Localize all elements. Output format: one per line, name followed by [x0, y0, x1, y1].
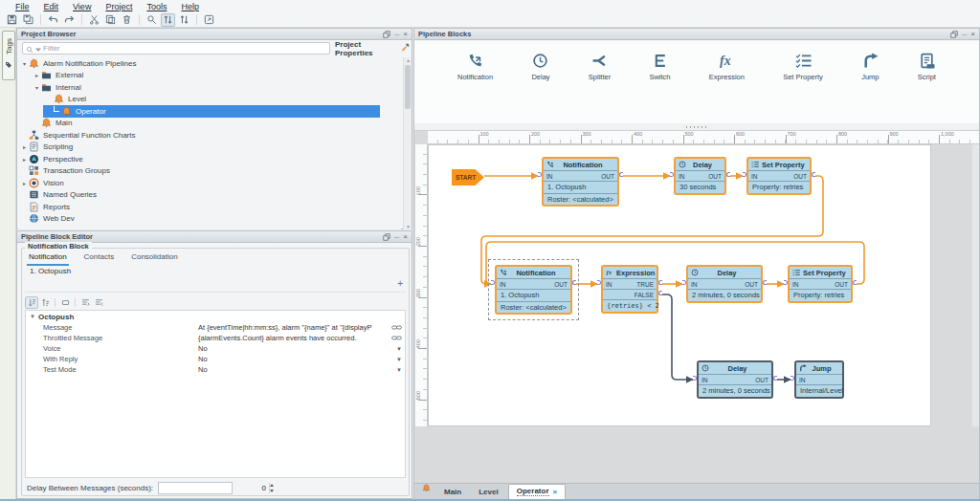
property-group-row[interactable]: ▼ Octopush [26, 311, 405, 322]
delete-profile-button[interactable] [393, 266, 403, 275]
output-port-connector[interactable] [619, 172, 623, 177]
block-set-property-sp1[interactable]: Set PropertyINOUTProperty: retries [746, 157, 812, 195]
tree-item-level[interactable]: Level [43, 94, 380, 106]
save-button[interactable] [5, 13, 19, 27]
add-profile-button[interactable]: + [397, 279, 403, 289]
filter-input[interactable] [43, 44, 326, 54]
tree-item-reports[interactable]: Reports [18, 201, 355, 213]
tree-item-operator[interactable]: Operator [43, 105, 380, 118]
block-jump-j1[interactable]: JumpINInternal/Level [794, 360, 844, 399]
sort-up-button[interactable] [38, 296, 52, 309]
minimize-panel-icon[interactable]: — [394, 233, 399, 241]
block-delay-d2[interactable]: DelayINOUT2 minutes, 0 seconds [686, 265, 763, 303]
sidebar-tab-tags[interactable]: Tags [2, 31, 15, 80]
input-port-connector[interactable] [670, 172, 674, 177]
input-port-connector[interactable] [693, 376, 697, 381]
close-panel-icon[interactable]: × [970, 31, 975, 38]
menu-item-project[interactable]: Project [105, 2, 132, 11]
menu-item-tools[interactable]: Tools [146, 2, 167, 11]
input-port-connector[interactable] [597, 280, 601, 285]
undo-button[interactable] [46, 13, 60, 27]
close-panel-icon[interactable]: × [403, 31, 408, 38]
dropdown-arrow-icon[interactable]: ▼ [388, 346, 405, 352]
output-port-connector[interactable] [812, 172, 815, 177]
project-tree-scrollbar[interactable]: ▲ ▼ [403, 57, 412, 229]
block-expression-e1[interactable]: fxExpressionINTRUEFALSE{retries} < 2 [601, 265, 658, 314]
tree-item-vision[interactable]: ▸Vision [18, 177, 355, 189]
delete-button[interactable] [120, 13, 134, 27]
tree-item-main[interactable]: Main [31, 118, 368, 130]
palette-item-notification[interactable]: Notification [457, 53, 493, 123]
palette-item-delay[interactable]: Delay [531, 53, 549, 123]
profile-list-item[interactable]: 1. Octopush [25, 264, 406, 275]
float-panel-icon[interactable] [383, 31, 390, 38]
copy-button[interactable] [103, 13, 118, 27]
save-all-button[interactable] [21, 13, 35, 27]
project-properties-button[interactable]: Project Properties [335, 42, 410, 54]
output-port-connector[interactable] [658, 280, 662, 285]
input-port-connector[interactable] [538, 172, 542, 177]
block-notification-n1[interactable]: NotificationINOUT1. OctopushRoster: <cal… [542, 157, 619, 207]
sort-down-button[interactable] [25, 296, 38, 309]
pipeline-tab-main[interactable]: Main [436, 486, 469, 499]
block-set-property-sp2[interactable]: Set PropertyINOUTProperty: retries [788, 265, 853, 303]
tree-item-sequential-function-charts[interactable]: Sequential Function Charts [18, 129, 355, 142]
palette-item-expression[interactable]: fxExpression [709, 53, 745, 123]
output-port-connector[interactable] [853, 280, 857, 285]
delay-spinner-input[interactable] [159, 483, 269, 493]
tree-item-scripting[interactable]: ▸Scripting [18, 142, 355, 154]
scroll-up-icon[interactable]: ▲ [404, 57, 412, 63]
minimize-panel-icon[interactable]: — [962, 31, 967, 38]
link-icon[interactable] [388, 335, 405, 341]
output-port-connector[interactable] [763, 280, 767, 285]
tree-item-perspective[interactable]: ▸Perspective [18, 153, 355, 165]
canvas-splitter[interactable] [414, 123, 979, 131]
input-port-connector[interactable] [784, 280, 788, 285]
palette-item-splitter[interactable]: Splitter [589, 53, 611, 123]
close-tab-icon[interactable]: × [553, 488, 558, 496]
output-port-connector[interactable] [726, 172, 730, 177]
palette-item-script[interactable]: Script [918, 53, 936, 123]
output-port-connector[interactable] [658, 291, 662, 295]
collapse-all-button[interactable] [92, 296, 105, 309]
compare-vertical-button[interactable] [161, 13, 175, 27]
tree-item-internal[interactable]: ▾Internal [31, 81, 368, 94]
launch-window-button[interactable] [202, 13, 216, 27]
palette-item-switch[interactable]: Switch [649, 53, 670, 123]
tree-item-named-queries[interactable]: Named Queries [18, 189, 355, 202]
tree-item-web-dev[interactable]: Web Dev [18, 213, 355, 226]
box-small-button[interactable] [58, 296, 72, 309]
find-replace-button[interactable] [145, 13, 159, 27]
dropdown-arrow-icon[interactable]: ▼ [388, 367, 405, 373]
float-panel-icon[interactable] [950, 31, 958, 38]
link-icon[interactable] [388, 324, 405, 331]
block-delay-d3[interactable]: DelayINOUT2 minutes, 0 seconds [697, 360, 773, 399]
input-port-connector[interactable] [682, 280, 686, 285]
tree-expand-icon[interactable]: ▸ [20, 180, 29, 186]
minimize-panel-icon[interactable]: — [394, 31, 399, 38]
input-port-connector[interactable] [491, 280, 495, 285]
block-notification-n2[interactable]: NotificationINOUT1. OctopushRoster: <cal… [495, 265, 572, 315]
expand-all-button[interactable] [78, 296, 92, 309]
tree-item-external[interactable]: ▸External [31, 70, 368, 82]
menu-item-view[interactable]: View [73, 2, 91, 11]
input-port-connector[interactable] [791, 376, 794, 381]
tree-item-alarm-notification-pipelines[interactable]: ▾Alarm Notification Pipelines [18, 57, 355, 70]
spinner-down-button[interactable] [270, 489, 274, 494]
compare-vertical-alt-button[interactable] [177, 13, 191, 27]
canvas-scrollbar[interactable] [972, 144, 979, 426]
pipeline-tab-operator[interactable]: Operator× [508, 484, 566, 499]
close-panel-icon[interactable]: × [403, 233, 408, 241]
float-panel-icon[interactable] [383, 233, 390, 241]
tree-expand-icon[interactable]: ▸ [20, 143, 29, 150]
tree-item-transaction-groups[interactable]: Transaction Groups [18, 165, 355, 178]
tree-expand-icon[interactable]: ▸ [33, 72, 41, 78]
menu-item-file[interactable]: File [15, 2, 30, 11]
pipeline-tab-level[interactable]: Level [471, 486, 505, 499]
input-port-connector[interactable] [743, 172, 746, 177]
dropdown-arrow-icon[interactable]: ▼ [388, 357, 405, 362]
menu-item-edit[interactable]: Edit [44, 2, 59, 11]
scroll-down-icon[interactable]: ▼ [404, 224, 412, 229]
block-delay-d1[interactable]: DelayINOUT30 seconds [674, 157, 726, 195]
tree-collapse-icon[interactable]: ▾ [20, 60, 29, 67]
